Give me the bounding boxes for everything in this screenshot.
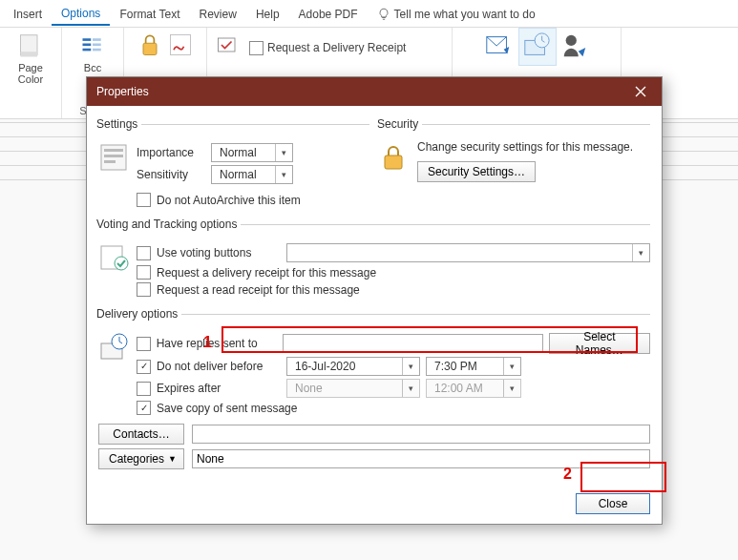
tab-insert[interactable]: Insert xyxy=(4,2,52,25)
do-not-deliver-label: Do not deliver before xyxy=(157,360,281,373)
chevron-down-icon: ▾ xyxy=(275,144,292,161)
caret-down-icon: ▼ xyxy=(168,454,177,464)
svg-rect-18 xyxy=(104,160,116,163)
section-voting: Voting and Tracking options Use voting b… xyxy=(98,218,650,300)
svg-rect-19 xyxy=(385,156,402,169)
dont-autoarchive-checkbox[interactable] xyxy=(137,193,151,207)
have-replies-label: Have replies sent to xyxy=(157,337,277,350)
svg-rect-3 xyxy=(83,44,92,47)
contacts-button[interactable]: Contacts… xyxy=(98,424,184,445)
delivery-icon xyxy=(98,332,129,363)
expires-time-dropdown[interactable]: 12:00 AM ▾ xyxy=(426,379,521,398)
voting-icon xyxy=(98,242,129,273)
request-delivery-receipt-label: Request a Delivery Receipt xyxy=(267,41,406,54)
sensitivity-dropdown[interactable]: Normal ▾ xyxy=(211,165,293,184)
contacts-input[interactable] xyxy=(192,425,650,444)
security-lock-icon xyxy=(379,142,410,173)
sensitivity-label: Sensitivity xyxy=(137,168,203,181)
section-delivery: Delivery options Have replies sent to xyxy=(98,307,650,472)
security-text: Change security settings for this messag… xyxy=(417,140,633,154)
security-settings-button[interactable]: Security Settings… xyxy=(417,161,536,182)
importance-value: Normal xyxy=(216,146,257,159)
bcc-icon xyxy=(79,33,106,60)
deliver-time-dropdown[interactable]: 7:30 PM ▾ xyxy=(426,357,521,376)
deliver-date-dropdown[interactable]: 16-Jul-2020 ▾ xyxy=(286,357,420,376)
signature-icon[interactable] xyxy=(167,31,194,58)
dialog-titlebar[interactable]: Properties xyxy=(87,77,662,106)
dialog-close-x[interactable] xyxy=(619,77,662,106)
expires-after-checkbox[interactable] xyxy=(137,382,151,396)
select-names-button[interactable]: Select Names… xyxy=(549,333,650,354)
expires-time-value: 12:00 AM xyxy=(431,382,483,395)
request-delivery-checkbox[interactable] xyxy=(137,265,151,280)
svg-rect-5 xyxy=(93,38,101,41)
save-copy-checkbox[interactable]: ✓ xyxy=(137,401,151,415)
page-color-button[interactable]: Page Color xyxy=(8,31,53,87)
chevron-down-icon: ▾ xyxy=(503,380,520,397)
do-not-deliver-checkbox[interactable]: ✓ xyxy=(137,360,151,374)
svg-rect-4 xyxy=(83,49,92,52)
lightbulb-icon xyxy=(377,8,390,21)
direct-replies-icon[interactable] xyxy=(560,31,589,60)
lock-icon[interactable] xyxy=(137,31,163,58)
svg-rect-16 xyxy=(104,149,123,152)
svg-rect-10 xyxy=(219,38,236,52)
section-delivery-label: Delivery options xyxy=(96,307,181,321)
tab-help[interactable]: Help xyxy=(246,2,289,25)
svg-rect-8 xyxy=(143,43,157,54)
save-copy-label: Save copy of sent message xyxy=(157,402,297,415)
svg-rect-17 xyxy=(104,155,123,157)
chevron-down-icon: ▾ xyxy=(402,358,419,375)
close-label: Close xyxy=(599,497,628,510)
svg-point-21 xyxy=(115,257,128,270)
sensitivity-value: Normal xyxy=(216,168,257,181)
request-delivery-receipt-checkbox[interactable] xyxy=(249,41,264,55)
svg-rect-9 xyxy=(171,35,191,55)
section-settings: Settings Importance Norm xyxy=(98,117,369,210)
tell-me-label: Tell me what you want to do xyxy=(394,8,536,21)
section-security: Security Change security settings for th… xyxy=(379,117,650,210)
security-settings-label: Security Settings… xyxy=(428,165,525,178)
chevron-down-icon: ▾ xyxy=(632,244,649,261)
tell-me[interactable]: Tell me what you want to do xyxy=(368,2,545,26)
categories-input[interactable] xyxy=(192,449,650,468)
use-voting-checkbox[interactable] xyxy=(137,246,151,260)
request-delivery-label: Request a delivery receipt for this mess… xyxy=(157,266,376,280)
close-button[interactable]: Close xyxy=(576,493,650,514)
ribbon-tabs: Insert Options Format Text Review Help A… xyxy=(0,0,738,28)
bcc-button[interactable]: Bcc xyxy=(75,31,110,75)
importance-dropdown[interactable]: Normal ▾ xyxy=(211,143,293,162)
tab-review[interactable]: Review xyxy=(190,2,246,25)
save-sent-icon[interactable] xyxy=(484,31,513,60)
close-icon xyxy=(635,86,646,97)
settings-icon xyxy=(98,142,129,173)
section-voting-label: Voting and Tracking options xyxy=(96,218,241,231)
contacts-label: Contacts… xyxy=(113,427,169,441)
tab-adobe-pdf[interactable]: Adobe PDF xyxy=(289,2,368,25)
have-replies-checkbox[interactable] xyxy=(137,337,151,351)
voting-buttons-dropdown[interactable]: ▾ xyxy=(286,243,650,262)
use-voting-label: Use voting buttons xyxy=(157,246,281,259)
svg-rect-7 xyxy=(93,49,101,52)
categories-button[interactable]: Categories ▼ xyxy=(98,448,184,469)
tab-format-text[interactable]: Format Text xyxy=(110,2,189,25)
voting-ribbon-icon[interactable] xyxy=(215,31,242,58)
deliver-date-value: 16-Jul-2020 xyxy=(291,360,355,373)
request-read-checkbox[interactable] xyxy=(137,282,151,297)
expires-after-label: Expires after xyxy=(157,382,281,395)
delay-delivery-icon[interactable] xyxy=(522,31,551,60)
svg-rect-6 xyxy=(93,44,101,47)
select-names-label: Select Names… xyxy=(559,330,640,357)
chevron-down-icon: ▾ xyxy=(503,358,520,375)
have-replies-input[interactable] xyxy=(283,334,543,353)
expires-date-dropdown[interactable]: None ▾ xyxy=(286,379,420,398)
section-settings-label: Settings xyxy=(96,117,141,131)
svg-point-14 xyxy=(566,35,577,46)
tab-options[interactable]: Options xyxy=(52,1,110,26)
categories-label: Categories xyxy=(109,452,164,466)
properties-dialog: Properties Settings xyxy=(86,76,663,525)
page-color-icon xyxy=(17,33,44,60)
deliver-time-value: 7:30 PM xyxy=(431,360,477,373)
svg-rect-1 xyxy=(21,52,38,56)
bcc-label: Bcc xyxy=(84,62,101,73)
